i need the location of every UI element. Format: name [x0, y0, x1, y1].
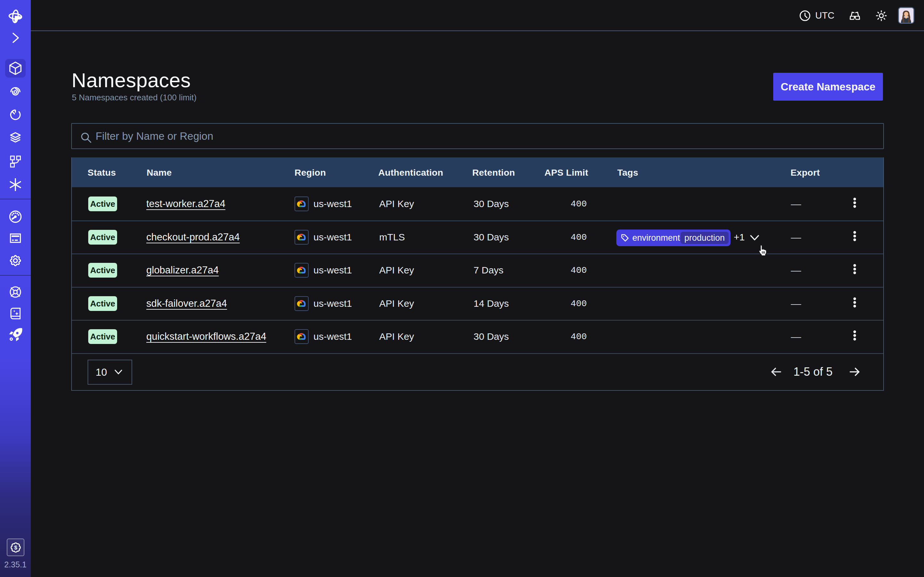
svg-text:$: $: [14, 545, 17, 551]
